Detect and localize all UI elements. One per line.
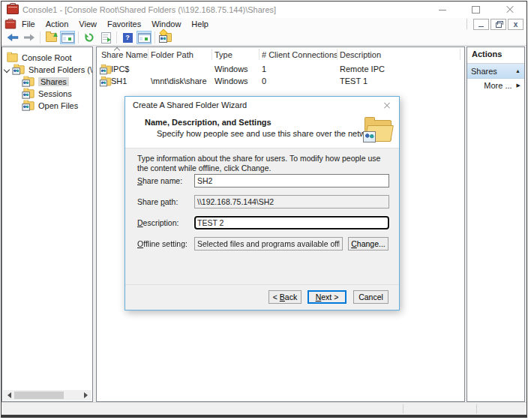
next-button[interactable]: Next >: [308, 290, 346, 304]
dialog-body: Type information about the share for use…: [125, 148, 399, 285]
scrollbar-thumb[interactable]: [14, 392, 64, 399]
list-header: Share Name Folder Path Type # Client Con…: [97, 47, 464, 62]
share-name-label: Share name:: [137, 176, 182, 185]
menu-file[interactable]: File: [16, 19, 40, 29]
menu-action[interactable]: Action: [40, 19, 74, 29]
show-window-button[interactable]: [136, 31, 152, 44]
help-icon: ?: [123, 33, 133, 43]
collapse-icon[interactable]: ▲: [515, 68, 520, 74]
child-restore-icon: [496, 22, 502, 28]
folder-icon: [7, 53, 17, 62]
mmc-app-icon: [7, 4, 19, 14]
tree-item-shared-folders[interactable]: Shared Folders (\\192.: [4, 64, 93, 75]
tree-item-shares[interactable]: Shares: [23, 76, 69, 87]
show-console-tree-button[interactable]: [60, 31, 75, 44]
tree-horizontal-scrollbar[interactable]: [3, 390, 92, 400]
column-separator: [337, 49, 338, 60]
actions-more-item[interactable]: More ... ▶: [467, 79, 524, 92]
scroll-right-button[interactable]: [81, 390, 92, 400]
tree-item-label: Open Files: [38, 101, 78, 110]
tree-item-open-files[interactable]: Open Files: [23, 100, 78, 111]
dialog-subheading: Specify how people see and use this shar…: [157, 129, 380, 138]
actions-pane: Actions Shares ▲ More ... ▶: [466, 46, 525, 402]
cell-share-name: SH1: [111, 76, 127, 86]
up-one-level-button[interactable]: [44, 31, 58, 44]
actions-group-shares[interactable]: Shares ▲: [467, 64, 524, 79]
cell-share-name: IPC$: [111, 64, 129, 74]
scroll-left-icon: [4, 392, 11, 398]
refresh-icon: [84, 32, 94, 43]
child-minimize-icon: [478, 26, 484, 27]
column-separator: [212, 49, 212, 60]
column-header-description[interactable]: Description: [340, 50, 381, 59]
submenu-arrow-icon: ▶: [517, 82, 520, 88]
description-label: Description:: [137, 218, 178, 227]
actions-pane-title: Actions: [467, 47, 524, 64]
up-one-level-icon: [46, 33, 57, 42]
cell-client-connections: 1: [262, 64, 266, 74]
shared-folder-wizard-icon: [363, 116, 392, 142]
new-share-icon: [160, 33, 172, 42]
close-button[interactable]: [493, 2, 526, 18]
minimize-button[interactable]: [425, 2, 459, 18]
actions-more-label: More ...: [484, 81, 512, 90]
description-input[interactable]: [194, 216, 389, 230]
chevron-expanded-icon[interactable]: [4, 66, 10, 72]
list-row-ipc[interactable]: IPC$ Windows 1 Remote IPC: [97, 63, 464, 75]
actions-group-label: Shares: [471, 67, 515, 76]
status-bar: [2, 402, 526, 415]
child-window-controls: x: [466, 19, 524, 29]
scroll-left-button[interactable]: [3, 390, 14, 400]
cell-description: Remote IPC: [340, 64, 385, 74]
back-button[interactable]: < Back: [268, 290, 302, 304]
new-share-button[interactable]: [158, 31, 173, 44]
forward-button[interactable]: [22, 31, 37, 44]
share-path-input[interactable]: [194, 195, 389, 208]
status-divider: [476, 404, 477, 413]
minimize-icon: [439, 10, 446, 10]
refresh-button[interactable]: [82, 31, 97, 44]
shared-folder-icon: [14, 65, 24, 74]
console-tree-icon: [62, 33, 74, 43]
console-doc-icon: [5, 20, 16, 28]
dialog-header: Name, Description, and Settings Specify …: [125, 113, 399, 148]
column-header-share-name[interactable]: Share Name: [101, 50, 148, 59]
tree-item-sessions[interactable]: Sessions: [23, 88, 72, 99]
dialog-close-button[interactable]: [381, 100, 393, 111]
maximize-icon: [472, 6, 480, 14]
column-header-type[interactable]: Type: [214, 50, 232, 59]
forward-icon: [23, 33, 35, 42]
maximize-button[interactable]: [459, 2, 493, 18]
share-name-input[interactable]: [194, 174, 389, 188]
cell-folder-path: \mnt\disk\share: [151, 76, 207, 86]
menu-help[interactable]: Help: [186, 19, 214, 29]
dialog-title: Create A Shared Folder Wizard: [133, 100, 247, 110]
child-close-button[interactable]: x: [508, 19, 524, 30]
menu-window[interactable]: Window: [146, 19, 186, 29]
child-restore-button[interactable]: [490, 19, 506, 30]
tree-item-label: Shared Folders (\\192.: [28, 65, 93, 74]
child-close-icon: x: [514, 20, 518, 28]
change-button[interactable]: Change...: [348, 237, 388, 250]
menu-favorites[interactable]: Favorites: [102, 19, 146, 29]
column-header-client-connections[interactable]: # Client Connections: [262, 50, 338, 59]
list-row-sh1[interactable]: SH1 \mnt\disk\share Windows 0 TEST 1: [97, 75, 464, 87]
child-minimize-button[interactable]: [473, 19, 489, 30]
back-icon: [7, 33, 19, 42]
menu-bar: File Action View Favorites Window Help x: [2, 18, 526, 30]
back-button[interactable]: [5, 31, 20, 44]
window-icon: [138, 33, 151, 43]
cell-client-connections: 0: [262, 76, 266, 86]
dialog-heading: Name, Description, and Settings: [145, 118, 272, 127]
help-button[interactable]: ?: [120, 31, 135, 44]
column-header-folder-path[interactable]: Folder Path: [151, 50, 194, 59]
cancel-button[interactable]: Cancel: [353, 290, 388, 304]
export-list-icon: [101, 32, 111, 44]
menu-view[interactable]: View: [74, 19, 102, 29]
shared-folder-icon: [23, 89, 34, 98]
offline-setting-input[interactable]: [194, 237, 343, 250]
shared-folder-icon: [23, 101, 34, 110]
export-list-button[interactable]: [98, 31, 113, 44]
tree-item-console-root[interactable]: Console Root: [7, 52, 72, 63]
tree-item-label: Sessions: [38, 89, 72, 98]
